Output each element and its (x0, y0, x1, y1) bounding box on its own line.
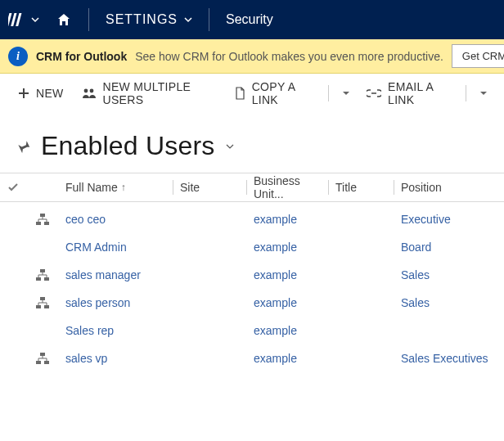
check-icon (7, 181, 20, 194)
hierarchy-icon (36, 214, 49, 225)
view-selector-dropdown[interactable] (225, 142, 235, 151)
nav-subarea-security[interactable]: Security (218, 0, 281, 39)
app-logo-menu[interactable] (8, 11, 47, 28)
copy-link-label: COPY A LINK (252, 80, 314, 106)
column-position[interactable]: Position (394, 173, 504, 201)
hierarchy-button[interactable] (26, 214, 59, 225)
view-title: Enabled Users (41, 131, 215, 161)
column-hierarchy[interactable] (26, 173, 59, 201)
command-bar: NEW NEW MULTIPLE USERS COPY A LINK EMAIL… (0, 74, 504, 113)
hierarchy-button[interactable] (26, 353, 59, 364)
new-multiple-users-button[interactable]: NEW MULTIPLE USERS (75, 75, 223, 111)
global-nav-bar: SETTINGS Security (0, 0, 504, 39)
svg-rect-10 (44, 277, 49, 281)
cell-business-unit[interactable]: example (247, 241, 329, 254)
svg-rect-8 (40, 269, 45, 272)
users-grid: Full Name ↑ Site Business Unit... Title … (0, 173, 504, 372)
table-row[interactable]: ceo ceoexampleExecutive (0, 205, 504, 233)
svg-point-4 (89, 89, 93, 93)
nav-subarea-label: Security (226, 12, 273, 27)
column-full-name[interactable]: Full Name ↑ (59, 173, 173, 201)
select-all-checkbox[interactable] (0, 173, 26, 201)
notice-message: See how CRM for Outlook makes you even m… (135, 50, 443, 63)
cell-business-unit[interactable]: example (247, 296, 329, 309)
email-a-link-button[interactable]: EMAIL A LINK (360, 75, 457, 111)
info-icon: i (8, 47, 28, 66)
table-row[interactable]: sales personexampleSales (0, 289, 504, 317)
chevron-down-icon (31, 16, 39, 24)
new-multiple-label: NEW MULTIPLE USERS (103, 80, 216, 106)
email-a-link-dropdown[interactable] (475, 89, 493, 97)
cell-full-name[interactable]: sales manager (59, 268, 173, 281)
new-label: NEW (36, 87, 64, 100)
cell-full-name[interactable]: sales vp (59, 352, 173, 365)
svg-rect-6 (36, 222, 41, 225)
cell-full-name[interactable]: CRM Admin (59, 241, 173, 254)
cell-position[interactable]: Sales (394, 296, 504, 309)
cell-business-unit[interactable]: example (247, 324, 329, 337)
dynamics-logo-icon (8, 11, 25, 28)
svg-rect-1 (11, 13, 16, 26)
column-position-label: Position (401, 181, 442, 194)
nav-area-label: SETTINGS (106, 12, 178, 27)
svg-rect-7 (44, 222, 49, 225)
hierarchy-icon (36, 353, 49, 364)
notice-title: CRM for Outlook (36, 50, 127, 63)
pin-view-button[interactable] (15, 138, 31, 155)
link-icon (367, 88, 381, 98)
chevron-down-icon (184, 16, 192, 24)
column-site-label: Site (180, 181, 200, 194)
svg-rect-16 (44, 361, 49, 364)
svg-rect-15 (36, 361, 41, 364)
column-business-unit[interactable]: Business Unit... (247, 173, 329, 201)
cell-full-name[interactable]: sales person (59, 296, 173, 309)
cell-business-unit[interactable]: example (247, 352, 329, 365)
nav-separator (209, 8, 209, 31)
svg-rect-0 (8, 13, 11, 26)
command-split (466, 85, 466, 101)
plus-icon (18, 88, 29, 99)
svg-rect-5 (40, 214, 45, 217)
grid-header-row: Full Name ↑ Site Business Unit... Title … (0, 173, 504, 202)
svg-rect-9 (36, 277, 41, 281)
home-icon (56, 11, 72, 28)
view-title-row: Enabled Users (0, 113, 504, 173)
document-icon (234, 87, 245, 100)
cell-full-name[interactable]: ceo ceo (59, 213, 173, 226)
column-title[interactable]: Title (329, 173, 394, 201)
column-business-unit-label: Business Unit... (254, 174, 322, 200)
home-button[interactable] (47, 0, 80, 39)
cell-position[interactable]: Sales Executives (394, 352, 504, 365)
outlook-notice-bar: i CRM for Outlook See how CRM for Outloo… (0, 39, 504, 74)
svg-rect-14 (40, 353, 45, 356)
copy-a-link-dropdown[interactable] (337, 89, 355, 97)
command-split (328, 85, 329, 101)
svg-rect-2 (16, 13, 21, 26)
cell-position[interactable]: Sales (394, 268, 504, 281)
table-row[interactable]: Sales repexample (0, 317, 504, 344)
cell-position[interactable]: Board (394, 241, 504, 254)
multiple-users-icon (82, 88, 97, 99)
get-crm-outlook-button[interactable]: Get CRM for Outlook (452, 44, 504, 68)
nav-separator (88, 8, 89, 31)
column-full-name-label: Full Name (65, 181, 118, 194)
table-row[interactable]: sales managerexampleSales (0, 261, 504, 289)
hierarchy-icon (36, 297, 49, 308)
svg-rect-11 (40, 297, 45, 300)
table-row[interactable]: CRM AdminexampleBoard (0, 233, 504, 261)
cell-business-unit[interactable]: example (247, 268, 329, 281)
cell-position[interactable]: Executive (394, 213, 504, 226)
copy-a-link-button[interactable]: COPY A LINK (227, 75, 321, 111)
table-row[interactable]: sales vpexampleSales Executives (0, 344, 504, 372)
hierarchy-button[interactable] (26, 269, 59, 281)
column-site[interactable]: Site (173, 173, 247, 201)
nav-area-settings[interactable]: SETTINGS (97, 0, 200, 39)
new-button[interactable]: NEW (11, 82, 70, 105)
cell-full-name[interactable]: Sales rep (59, 324, 173, 337)
cell-business-unit[interactable]: example (247, 213, 329, 226)
svg-rect-13 (44, 305, 49, 308)
sort-ascending-icon: ↑ (121, 182, 126, 193)
hierarchy-button[interactable] (26, 297, 59, 308)
svg-point-3 (83, 89, 88, 93)
email-link-label: EMAIL A LINK (388, 80, 451, 106)
